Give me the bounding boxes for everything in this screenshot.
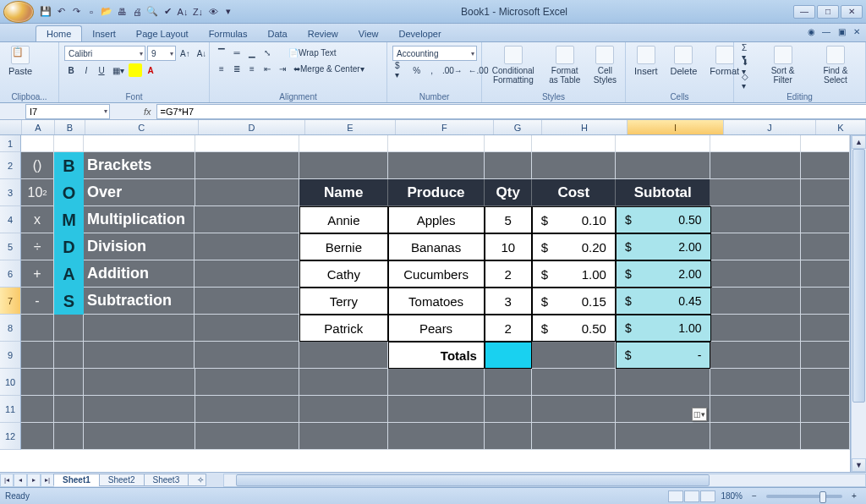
cell[interactable]: Brackets (84, 152, 195, 179)
maximize-button[interactable]: □ (817, 5, 839, 19)
sheet-nav-prev-icon[interactable]: ◂ (14, 474, 27, 487)
row-header[interactable]: 12 (0, 423, 21, 450)
indent-icon[interactable]: ⇥ (276, 62, 289, 75)
col-header[interactable]: C (85, 120, 199, 134)
align-middle-icon[interactable]: ═ (230, 46, 244, 59)
cell[interactable]: $0.15 (532, 288, 616, 315)
row-header[interactable]: 10 (0, 369, 21, 396)
mdi-close-icon[interactable]: ✕ (851, 25, 863, 37)
merge-center-button[interactable]: ⬌ Merge & Center ▾ (291, 62, 367, 75)
align-top-icon[interactable]: ▔ (215, 46, 228, 59)
cell[interactable]: Name (299, 179, 388, 206)
cell[interactable]: Addition (84, 260, 195, 288)
formula-input[interactable]: =G7*H7 (156, 104, 866, 119)
underline-button[interactable]: U (95, 63, 108, 77)
cell[interactable] (485, 342, 532, 369)
cell-styles-button[interactable]: Cell Styles (589, 44, 622, 86)
row-header[interactable]: 11 (0, 396, 21, 423)
active-cell[interactable]: $0.45 (616, 288, 711, 315)
zoom-slider[interactable] (766, 495, 842, 498)
row-header[interactable]: 7 (0, 288, 21, 315)
name-box[interactable]: I7 (25, 104, 110, 119)
cell[interactable]: Totals (388, 342, 485, 369)
view-layout-icon[interactable] (684, 490, 699, 502)
sort-desc-icon[interactable]: Z↓ (191, 5, 205, 19)
cell[interactable]: 10 (485, 233, 532, 260)
col-header[interactable]: A (22, 120, 55, 134)
col-header[interactable]: B (55, 120, 85, 134)
format-table-button[interactable]: Format as Table (544, 44, 586, 86)
sheet-tab[interactable]: Sheet2 (99, 474, 145, 486)
row-header[interactable]: 2 (0, 152, 21, 179)
vertical-scrollbar[interactable]: ▲ ▼ (851, 135, 866, 472)
cell[interactable]: Bananas (388, 233, 485, 260)
cell[interactable]: ÷ (21, 233, 54, 260)
select-all-button[interactable] (0, 120, 22, 134)
bold-button[interactable]: B (64, 63, 78, 77)
col-header[interactable]: D (199, 120, 305, 134)
print-icon[interactable]: 🖶 (115, 5, 129, 19)
cell[interactable]: Produce (388, 179, 485, 206)
wrap-text-button[interactable]: 📄 Wrap Text (286, 46, 339, 59)
tab-data[interactable]: Data (257, 26, 297, 41)
scroll-thumb[interactable] (236, 474, 710, 486)
cell[interactable]: $0.10 (532, 206, 616, 233)
cell[interactable]: + (21, 260, 54, 288)
delete-cells-button[interactable]: Delete (666, 44, 703, 78)
col-header[interactable]: G (494, 120, 542, 134)
sort-filter-button[interactable]: Sort & Filter (759, 44, 807, 86)
cell[interactable]: $0.50 (532, 315, 616, 342)
align-bottom-icon[interactable]: ▁ (245, 46, 259, 59)
cell[interactable]: Multiplication (84, 206, 195, 233)
cell[interactable]: Annie (299, 206, 387, 233)
cell[interactable]: $0.20 (532, 233, 616, 260)
zoom-in-icon[interactable]: + (847, 490, 861, 503)
cell[interactable]: x (21, 206, 54, 233)
office-button[interactable] (3, 1, 34, 23)
scroll-thumb[interactable] (852, 149, 865, 403)
cell[interactable]: $- (616, 342, 711, 369)
tab-view[interactable]: View (348, 26, 389, 41)
cell[interactable]: Division (84, 233, 195, 260)
grow-font-icon[interactable]: A↑ (178, 47, 193, 60)
cell[interactable]: Cost (532, 179, 616, 206)
col-header[interactable]: I (628, 120, 724, 134)
cell[interactable]: Apples (388, 206, 485, 233)
mdi-restore-icon[interactable]: ▣ (836, 25, 847, 37)
tab-review[interactable]: Review (298, 26, 348, 41)
cell[interactable]: Cathy (299, 260, 387, 288)
redo-icon[interactable]: ↷ (69, 5, 83, 19)
scroll-down-icon[interactable]: ▼ (852, 458, 866, 472)
cell[interactable]: Tomatoes (388, 288, 485, 315)
col-header[interactable]: K (816, 120, 866, 134)
cell[interactable]: $1.00 (616, 315, 711, 342)
cell[interactable]: 2 (485, 260, 532, 288)
cell[interactable]: B (54, 152, 84, 179)
row-header[interactable]: 1 (0, 135, 21, 152)
cell[interactable]: O (54, 179, 84, 206)
mdi-minimize-icon[interactable]: — (820, 25, 832, 37)
col-header[interactable]: E (305, 120, 396, 134)
fill-color-button[interactable] (129, 63, 142, 77)
col-header[interactable]: F (396, 120, 494, 134)
shrink-font-icon[interactable]: A↓ (195, 47, 210, 60)
close-button[interactable]: ✕ (841, 5, 863, 19)
cell[interactable]: Bernie (299, 233, 387, 260)
insert-cells-button[interactable]: Insert (629, 44, 663, 78)
sheet-tab[interactable]: Sheet1 (53, 474, 100, 486)
view-normal-icon[interactable] (668, 490, 683, 502)
help-icon[interactable]: ◉ (805, 25, 817, 37)
cell[interactable]: 102 (21, 179, 54, 206)
paste-button[interactable]: 📋Paste (3, 44, 37, 78)
cell[interactable]: 3 (485, 288, 532, 315)
tab-page-layout[interactable]: Page Layout (126, 26, 199, 41)
outdent-icon[interactable]: ⇤ (260, 62, 274, 75)
border-button[interactable]: ▦▾ (110, 63, 127, 77)
orientation-icon[interactable]: ⤡ (260, 46, 274, 59)
fx-icon[interactable]: fx (144, 107, 151, 117)
horizontal-scrollbar[interactable] (223, 474, 866, 487)
quickprint-icon[interactable]: 🖨 (130, 5, 144, 19)
row-header[interactable]: 9 (0, 342, 21, 369)
cell[interactable]: Over (84, 179, 195, 206)
row-header[interactable]: 8 (0, 315, 21, 342)
